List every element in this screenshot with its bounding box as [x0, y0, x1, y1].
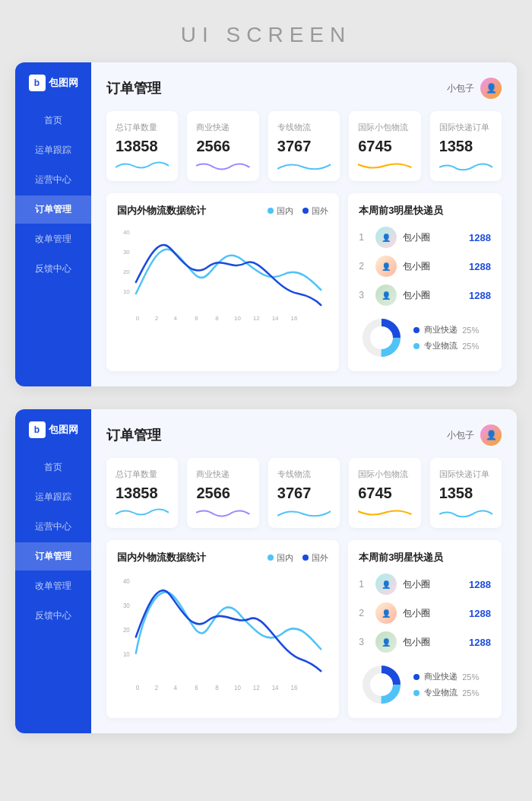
stat-value-intl-express: 1358 — [439, 138, 492, 155]
donut-legend-item-1: 商业快递 25% — [413, 324, 479, 335]
svg-text:14: 14 — [272, 315, 279, 322]
stats-row-1: 总订单数量 13858 商业快递 2566 专线物流 — [106, 111, 502, 181]
stat-wave-logistics — [277, 160, 331, 172]
stat-wave-intl-express-2 — [439, 507, 492, 519]
svg-text:16: 16 — [290, 315, 297, 322]
main-content-1: 订单管理 小包子 👤 总订单数量 13858 商业快递 2566 — [91, 62, 517, 386]
donut-label-2-1: 商业快递 — [424, 671, 458, 682]
sidebar-item-orders-2[interactable]: 订单管理 — [15, 542, 91, 571]
stat-card-logistics-2: 专线物流 3767 — [268, 458, 340, 528]
stat-card-logistics: 专线物流 3767 — [268, 111, 340, 181]
dashboard-2: b 包图网 首页 运单跟踪 运营中心 订单管理 改单管理 反馈中心 订单管理 小… — [15, 409, 517, 733]
sidebar-item-modify-2[interactable]: 改单管理 — [15, 572, 91, 600]
donut-legend-1: 商业快递 25% 专业物流 25% — [413, 324, 479, 351]
rank-item-2: 2 👤 包小圈 1288 — [359, 256, 491, 277]
donut-dot-2-2 — [413, 690, 420, 696]
stat-card-intl-small: 国际小包物流 6745 — [349, 111, 420, 181]
user-name-1: 小包子 — [447, 82, 474, 95]
svg-text:8: 8 — [215, 315, 219, 322]
donut-chart-2 — [359, 662, 404, 707]
rank-score-2-3: 1288 — [469, 637, 491, 648]
main-content-2: 订单管理 小包子 👤 总订单数量 13858 商业快递 2566 — [91, 409, 517, 733]
sidebar-item-home-2[interactable]: 首页 — [15, 453, 91, 482]
stat-wave-total — [116, 160, 169, 172]
donut-dot-1 — [413, 327, 420, 333]
donut-pct-2-1: 25% — [462, 672, 479, 682]
donut-area-2: 商业快递 25% 专业物流 25% — [359, 662, 491, 707]
donut-pct-2-2: 25% — [462, 688, 479, 698]
stat-wave-total-2 — [116, 507, 169, 519]
svg-text:2: 2 — [155, 315, 159, 322]
svg-text:12: 12 — [253, 684, 260, 691]
sidebar-item-operations-2[interactable]: 运营中心 — [15, 513, 91, 541]
donut-dot-2 — [413, 343, 420, 349]
sidebar-item-operations[interactable]: 运营中心 — [15, 166, 91, 194]
stat-card-total-2: 总订单数量 13858 — [106, 458, 178, 528]
chart-panel-1: 国内外物流数据统计 国内 国外 40 30 20 10 0 2 4 — [106, 193, 339, 371]
sidebar-item-home[interactable]: 首页 — [15, 106, 91, 135]
stat-label-intl-express-2: 国际快递订单 — [439, 469, 492, 480]
rank-num-2-1: 1 — [359, 579, 369, 590]
stat-label-express: 商业快递 — [196, 122, 249, 133]
svg-text:40: 40 — [123, 229, 130, 236]
logo-text-2: 包图网 — [49, 423, 78, 437]
rank-item-1: 1 👤 包小圈 1288 — [359, 227, 491, 248]
header-2: 订单管理 小包子 👤 — [106, 424, 502, 446]
rank-name-1: 包小圈 — [403, 231, 463, 244]
rank-name-2: 包小圈 — [403, 260, 463, 273]
chart-header-1: 国内外物流数据统计 国内 国外 — [117, 204, 328, 218]
sidebar-item-orders[interactable]: 订单管理 — [15, 195, 91, 224]
svg-text:0: 0 — [136, 315, 140, 322]
rank-score-2-2: 1288 — [469, 608, 491, 619]
stat-wave-logistics-2 — [277, 507, 331, 519]
user-area-1: 小包子 👤 — [447, 78, 502, 99]
stat-value-total-2: 13858 — [116, 485, 169, 502]
sidebar-item-feedback[interactable]: 反馈中心 — [15, 255, 91, 283]
donut-legend-item-2-2: 专业物流 25% — [413, 687, 479, 698]
chart-legend-1: 国内 国外 — [268, 205, 328, 217]
sidebar-nav: 首页 运单跟踪 运营中心 订单管理 改单管理 反馈中心 — [15, 106, 91, 283]
donut-dot-2-1 — [413, 674, 420, 680]
rank-num-3: 3 — [359, 290, 369, 300]
donut-label-1: 商业快递 — [424, 324, 458, 335]
stat-wave-express — [196, 160, 249, 172]
donut-legend-item-2-1: 商业快递 25% — [413, 671, 479, 682]
legend-international-2: 国外 — [302, 552, 328, 564]
sidebar-1: b 包图网 首页 运单跟踪 运营中心 订单管理 改单管理 反馈中心 — [15, 62, 91, 386]
rank-panel-1: 本周前3明星快递员 1 👤 包小圈 1288 2 👤 包小圈 1288 3 👤 — [348, 193, 502, 371]
rank-score-3: 1288 — [469, 290, 491, 301]
sidebar-item-tracking[interactable]: 运单跟踪 — [15, 136, 91, 164]
sidebar-item-modify[interactable]: 改单管理 — [15, 225, 91, 253]
rank-num-2-2: 2 — [359, 608, 369, 618]
legend-domestic: 国内 — [268, 205, 293, 217]
rank-num-1: 1 — [359, 232, 369, 243]
bottom-panels-1: 国内外物流数据统计 国内 国外 40 30 20 10 0 2 4 — [106, 193, 502, 371]
stat-value-express-2: 2566 — [196, 485, 249, 502]
sidebar-item-tracking-2[interactable]: 运单跟踪 — [15, 483, 91, 511]
chart-title-1: 国内外物流数据统计 — [117, 204, 206, 218]
donut-area-1: 商业快递 25% 专业物流 25% — [359, 315, 491, 361]
rank-name-3: 包小圈 — [403, 289, 463, 302]
legend-international: 国外 — [302, 205, 328, 217]
rank-name-2-1: 包小圈 — [403, 578, 463, 591]
dashboard-1: b 包图网 首页 运单跟踪 运营中心 订单管理 改单管理 反馈中心 订单管理 小… — [15, 62, 517, 386]
legend-domestic-2: 国内 — [268, 552, 293, 564]
stat-card-express-2: 商业快递 2566 — [187, 458, 258, 528]
svg-text:40: 40 — [123, 578, 130, 585]
logo-text: 包图网 — [49, 76, 78, 90]
rank-num-2-3: 3 — [359, 637, 369, 647]
chart-title-2: 国内外物流数据统计 — [117, 551, 206, 564]
donut-label-2-2: 专业物流 — [424, 687, 458, 698]
stat-label-total-2: 总订单数量 — [116, 469, 169, 480]
page-heading-2: 订单管理 — [106, 426, 161, 444]
rank-item-3: 3 👤 包小圈 1288 — [359, 284, 491, 306]
svg-text:16: 16 — [290, 684, 297, 691]
svg-text:10: 10 — [123, 288, 130, 295]
sidebar-2: b 包图网 首页 运单跟踪 运营中心 订单管理 改单管理 反馈中心 — [15, 409, 91, 733]
sidebar-item-feedback-2[interactable]: 反馈中心 — [15, 602, 91, 630]
page-heading-1: 订单管理 — [106, 79, 161, 97]
user-avatar-1: 👤 — [480, 78, 502, 99]
svg-text:10: 10 — [234, 315, 241, 322]
donut-chart-1 — [359, 315, 404, 361]
stat-value-intl-small: 6745 — [358, 138, 411, 155]
